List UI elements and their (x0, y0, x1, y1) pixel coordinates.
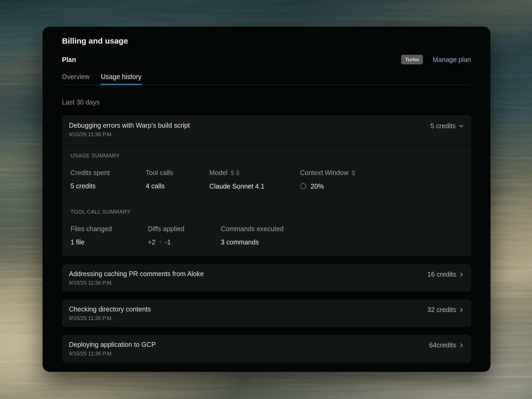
dot-separator: • (159, 238, 161, 246)
diffs-applied-column: Diffs applied +2 • -1 (148, 225, 221, 246)
diffs-applied-label: Diffs applied (148, 225, 221, 233)
usage-item-title: Debugging errors with Warp’s build scrip… (69, 121, 190, 130)
usage-item-credits: 16 credits (427, 271, 464, 278)
period-label: Last 30 days (62, 98, 471, 106)
diff-added-count: +2 (148, 238, 156, 246)
tab-bar: Overview Usage history (62, 73, 471, 85)
progress-ring-icon (300, 183, 306, 189)
tool-call-summary-columns: Files changed 1 file Diffs applied +2 • … (70, 225, 463, 246)
tab-overview[interactable]: Overview (62, 73, 90, 85)
context-window-value-row: 20% (300, 182, 463, 190)
tab-usage-history[interactable]: Usage history (101, 73, 142, 85)
usage-item-text: Deploying application to GCP 9/15/25 11:… (69, 340, 156, 357)
diff-removed-count: -1 (165, 238, 171, 246)
billing-modal: Billing and usage Plan Turbo Manage plan… (43, 27, 491, 372)
credits-label: 5 credits (431, 122, 456, 130)
chevron-right-icon[interactable] (459, 307, 464, 313)
model-cost-indicator: $ $ (231, 169, 239, 177)
tool-call-summary-section: TOOL CALL SUMMARY Files changed 1 file D… (62, 201, 471, 256)
usage-item-timestamp: 9/15/25 11:36 P.M. (69, 279, 204, 286)
page-title: Billing and usage (62, 36, 471, 46)
usage-item-title: Checking directory contents (69, 305, 151, 313)
files-changed-value: 1 file (70, 238, 148, 246)
tool-call-summary-heading: TOOL CALL SUMMARY (70, 208, 463, 215)
commands-executed-column: Commands executed 3 commands (221, 225, 463, 246)
usage-item-timestamp: 9/15/25 11:36 P.M. (69, 131, 190, 138)
usage-item-header[interactable]: Checking directory contents 9/15/25 11:3… (62, 300, 471, 327)
diffs-applied-value-row: +2 • -1 (148, 238, 221, 246)
credits-spent-label: Credits spent (70, 169, 146, 177)
plan-tier-badge: Turbo (401, 55, 423, 64)
usage-summary-columns: Credits spent 5 credits Tool calls 4 cal… (70, 169, 463, 190)
context-window-label: Context Window (300, 169, 348, 177)
files-changed-label: Files changed (70, 225, 148, 233)
credits-label: 16 credits (427, 271, 456, 278)
manage-plan-link[interactable]: Manage plan (433, 56, 471, 64)
usage-item-title: Deploying application to GCP (69, 340, 156, 349)
usage-item-credits: 64credits (429, 341, 464, 349)
chevron-right-icon[interactable] (459, 272, 464, 277)
chevron-down-icon[interactable] (458, 123, 464, 129)
usage-item-credits: 32 credits (427, 306, 464, 314)
model-value: Claude Sonnet 4.1 (209, 182, 300, 190)
tool-calls-label: Tool calls (146, 169, 209, 177)
context-window-label-row: Context Window $ (300, 169, 463, 177)
usage-summary-heading: USAGE SUMMARY (70, 152, 463, 159)
commands-executed-label: Commands executed (221, 225, 463, 233)
credits-label: 32 credits (427, 306, 456, 314)
usage-item-card: Debugging errors with Warp’s build scrip… (62, 115, 471, 256)
usage-item-card: Addressing caching PR comments from Alok… (62, 264, 471, 292)
tool-calls-value: 4 calls (146, 182, 209, 190)
context-window-column: Context Window $ 20% (300, 169, 463, 190)
context-window-value: 20% (311, 182, 324, 190)
plan-row: Plan Turbo Manage plan (62, 55, 471, 64)
chevron-right-icon[interactable] (459, 343, 464, 348)
model-label-row: Model $ $ (209, 169, 300, 177)
desktop: { "page": { "title": "Billing and usage"… (0, 0, 532, 399)
context-window-cost-indicator: $ (352, 169, 355, 177)
usage-item-card: Checking directory contents 9/15/25 11:3… (62, 300, 471, 327)
usage-item-header[interactable]: Deploying application to GCP 9/15/25 11:… (62, 335, 471, 362)
usage-item-text: Checking directory contents 9/15/25 11:3… (69, 305, 151, 322)
usage-item-card: Deploying application to GCP 9/15/25 11:… (62, 335, 471, 362)
commands-executed-value: 3 commands (221, 238, 463, 246)
usage-item-text: Debugging errors with Warp’s build scrip… (69, 121, 190, 138)
tool-calls-column: Tool calls 4 calls (146, 169, 209, 190)
usage-item-text: Addressing caching PR comments from Alok… (69, 269, 204, 286)
model-label: Model (209, 169, 227, 177)
usage-item-timestamp: 9/15/25 11:36 P.M. (69, 350, 156, 357)
credits-spent-column: Credits spent 5 credits (70, 169, 146, 190)
usage-history-list: Debugging errors with Warp’s build scrip… (62, 115, 471, 362)
usage-item-header[interactable]: Debugging errors with Warp’s build scrip… (62, 115, 471, 144)
plan-actions: Turbo Manage plan (401, 55, 471, 64)
usage-item-credits: 5 credits (431, 122, 464, 130)
credits-spent-value: 5 credits (70, 182, 146, 190)
usage-item-timestamp: 9/15/25 11:36 P.M. (69, 315, 151, 322)
usage-item-header[interactable]: Addressing caching PR comments from Alok… (62, 264, 471, 292)
usage-item-title: Addressing caching PR comments from Alok… (69, 269, 204, 278)
files-changed-column: Files changed 1 file (70, 225, 148, 246)
credits-label: 64credits (429, 341, 456, 349)
plan-heading: Plan (62, 56, 76, 64)
model-column: Model $ $ Claude Sonnet 4.1 (209, 169, 300, 190)
usage-summary-section: USAGE SUMMARY Credits spent 5 credits To… (62, 145, 471, 200)
